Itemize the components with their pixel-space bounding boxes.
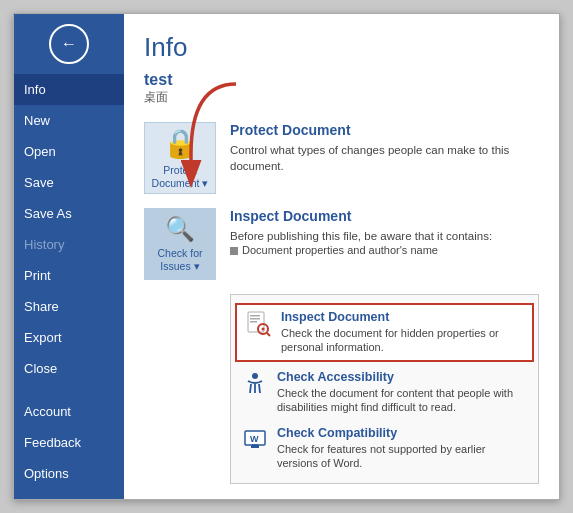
inspect-document-item[interactable]: Inspect Document Check the document for … bbox=[235, 303, 534, 362]
sidebar-item-print[interactable]: Print bbox=[14, 260, 124, 291]
compatibility-icon: W bbox=[241, 426, 269, 454]
back-button[interactable]: ← bbox=[49, 24, 89, 64]
sidebar: ← Info New Open Save Save As History Pri… bbox=[14, 14, 124, 499]
accessibility-title: Check Accessibility bbox=[277, 370, 528, 384]
protect-description: Control what types of changes people can… bbox=[230, 142, 539, 174]
svg-rect-3 bbox=[250, 318, 260, 320]
lock-icon: 🔒 bbox=[163, 127, 198, 160]
svg-point-7 bbox=[262, 328, 265, 331]
protect-document-button[interactable]: 🔒 ProtectDocument ▾ bbox=[144, 122, 216, 194]
inspect-dropdown: Inspect Document Check the document for … bbox=[230, 294, 539, 484]
protect-section: 🔒 ProtectDocument ▾ Protect Document Con… bbox=[144, 122, 539, 194]
inspect-document-title: Inspect Document bbox=[281, 310, 524, 324]
svg-text:W: W bbox=[250, 434, 259, 444]
inspect-document-icon bbox=[245, 310, 273, 338]
sidebar-item-options[interactable]: Options bbox=[14, 458, 124, 489]
sidebar-item-info[interactable]: Info bbox=[14, 74, 124, 105]
inspect-document-desc: Check the document for hidden properties… bbox=[281, 326, 524, 355]
doc-subtitle: 桌面 bbox=[144, 89, 539, 106]
accessibility-desc: Check the document for content that peop… bbox=[277, 386, 528, 415]
main-content: Info test 桌面 🔒 ProtectDocument ▾ Protect… bbox=[124, 14, 559, 499]
svg-rect-4 bbox=[250, 321, 257, 323]
svg-rect-2 bbox=[250, 315, 260, 317]
svg-line-6 bbox=[267, 333, 270, 336]
doc-name: test bbox=[144, 71, 539, 89]
svg-point-8 bbox=[252, 373, 258, 379]
accessibility-text: Check Accessibility Check the document f… bbox=[277, 370, 528, 415]
inspect-icon-label: Check forIssues ▾ bbox=[158, 247, 203, 272]
sidebar-item-account[interactable]: Account bbox=[14, 396, 124, 427]
compatibility-title: Check Compatibility bbox=[277, 426, 528, 440]
back-arrow-icon: ← bbox=[61, 35, 77, 53]
sidebar-item-feedback[interactable]: Feedback bbox=[14, 427, 124, 458]
check-accessibility-item[interactable]: Check Accessibility Check the document f… bbox=[231, 364, 538, 421]
sidebar-item-export[interactable]: Export bbox=[14, 322, 124, 353]
inspect-bullet-row: Document properties and author's name bbox=[230, 244, 492, 256]
bullet-icon bbox=[230, 247, 238, 255]
compatibility-desc: Check for features not supported by earl… bbox=[277, 442, 528, 471]
protect-title: Protect Document bbox=[230, 122, 539, 138]
inspect-bullet: Document properties and author's name bbox=[242, 244, 438, 256]
svg-rect-12 bbox=[251, 445, 259, 448]
app-window: test.docx ← Info New Open Save Save As bbox=[13, 13, 560, 500]
protect-icon-label: ProtectDocument ▾ bbox=[152, 164, 209, 189]
compatibility-text: Check Compatibility Check for features n… bbox=[277, 426, 528, 471]
protect-text: Protect Document Control what types of c… bbox=[230, 122, 539, 174]
accessibility-icon bbox=[241, 370, 269, 398]
inspect-title: Inspect Document bbox=[230, 208, 492, 224]
sidebar-item-open[interactable]: Open bbox=[14, 136, 124, 167]
sidebar-item-share[interactable]: Share bbox=[14, 291, 124, 322]
sidebar-item-close[interactable]: Close bbox=[14, 353, 124, 384]
check-compatibility-item[interactable]: W Check Compatibility Check for features… bbox=[231, 420, 538, 477]
sidebar-item-save[interactable]: Save bbox=[14, 167, 124, 198]
check-issues-button[interactable]: 🔍 Check forIssues ▾ bbox=[144, 208, 216, 280]
sidebar-item-new[interactable]: New bbox=[14, 105, 124, 136]
inspect-text: Inspect Document Before publishing this … bbox=[230, 208, 492, 256]
inspect-document-text: Inspect Document Check the document for … bbox=[281, 310, 524, 355]
sidebar-bottom: Account Feedback Options bbox=[14, 396, 124, 499]
sidebar-item-save-as[interactable]: Save As bbox=[14, 198, 124, 229]
sidebar-item-history: History bbox=[14, 229, 124, 260]
inspect-icon: 🔍 bbox=[165, 215, 195, 243]
inspect-description-before: Before publishing this file, be aware th… bbox=[230, 228, 492, 244]
page-title: Info bbox=[144, 32, 539, 63]
inspect-section: 🔍 Check forIssues ▾ Inspect Document Bef… bbox=[144, 208, 539, 280]
content-area: ← Info New Open Save Save As History Pri… bbox=[14, 14, 559, 499]
